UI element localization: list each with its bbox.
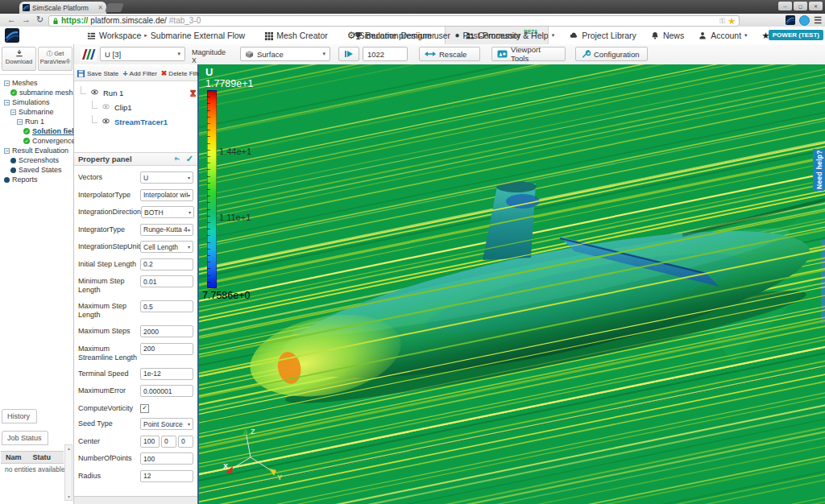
render-viewport[interactable]: U 1.7789e+1 1.44e+1 1.11e+1 7.7586e+0 X … xyxy=(199,64,825,504)
simscale-extension-icon[interactable] xyxy=(786,15,795,25)
browser-tab[interactable]: SimScale Platform ✕ xyxy=(19,2,106,14)
need-help-tab[interactable]: Need help? xyxy=(813,149,825,191)
nav-item-account[interactable]: Account▾ xyxy=(691,27,754,44)
vectors-select[interactable]: U▾ xyxy=(140,171,193,184)
sidebar-item-screenshots[interactable]: Screenshots xyxy=(0,155,73,165)
sidebar-item-reports[interactable]: Reports xyxy=(0,175,73,184)
nav-item-news[interactable]: News xyxy=(644,27,691,44)
pipeline-item-run-1[interactable]: Run 1 xyxy=(74,86,204,100)
nav-item-community-help[interactable]: Community & Help▾ xyxy=(458,27,562,44)
sidebar-item-simulations[interactable]: −Simulations xyxy=(0,97,73,107)
sidebar-item-saved-states[interactable]: Saved States xyxy=(0,165,73,175)
radius-input[interactable]: 12 xyxy=(140,470,193,482)
lock-icon xyxy=(52,17,59,25)
frame-input[interactable]: 1022 xyxy=(363,47,408,61)
collapse-icon[interactable]: − xyxy=(4,100,10,105)
maximum-step-length-input[interactable]: 0.5 xyxy=(140,300,193,312)
sidebar-item-submarine-mesh[interactable]: ✓submarine mesh xyxy=(0,88,73,97)
application-window: SimScale Platform ✕ ─ ◻ ✕ ← → ↻ https://… xyxy=(0,0,825,504)
key-icon[interactable]: ⚿ xyxy=(719,16,725,26)
configuration-button[interactable]: Configuration xyxy=(575,47,648,61)
minimize-button[interactable]: ─ xyxy=(778,2,792,10)
numberofpoints-input[interactable]: 100 xyxy=(140,452,193,465)
select-value: Runge-Kutta 4- xyxy=(143,225,188,233)
nav-item-mesh-creator[interactable]: Mesh Creator xyxy=(255,27,338,44)
sidebar-item-solution-fields[interactable]: ✓Solution fields xyxy=(0,126,73,136)
delete-filter-button[interactable]: ✖Delete Filter xyxy=(161,69,204,77)
new-tab-button[interactable] xyxy=(105,3,124,12)
pipeline-item-clip1[interactable]: Clip1 xyxy=(74,101,215,114)
pipeline-item-streamtracer1[interactable]: StreamTracer1 xyxy=(74,115,215,129)
nav-item-workspace[interactable]: Workspace▸Submarine External Flow xyxy=(77,27,255,44)
tab-history[interactable]: History xyxy=(2,409,37,423)
visibility-eye-icon[interactable] xyxy=(89,89,100,97)
tab-job-status[interactable]: Job Status xyxy=(2,431,48,445)
back-button[interactable]: ← xyxy=(7,14,16,26)
nav-item-project-library[interactable]: Project Library xyxy=(562,27,644,44)
representation-selector[interactable]: Surface ▾ xyxy=(240,47,330,61)
scroll-down-icon[interactable]: ▼ xyxy=(66,494,72,499)
visibility-eye-icon[interactable] xyxy=(101,104,111,111)
viewport-tools-button[interactable]: Viewport Tools xyxy=(491,47,566,61)
maximum-steps-input[interactable]: 2000 xyxy=(140,325,193,337)
center-input-2[interactable]: 0 xyxy=(178,436,193,448)
integrationstepunit-select[interactable]: Cell Length▾ xyxy=(140,241,193,253)
maximum-streamline-length-input[interactable]: 200 xyxy=(140,343,193,355)
get-paraview-button[interactable]: ⓘ Get ParaView® xyxy=(38,47,73,71)
nav-item-become-premium-user[interactable]: Become premium user xyxy=(346,27,458,44)
minimum-step-length-input[interactable]: 0.01 xyxy=(140,275,193,287)
initial-step-length-input[interactable]: 0.2 xyxy=(140,258,193,271)
collapse-icon[interactable]: − xyxy=(17,119,23,125)
close-button[interactable]: ✕ xyxy=(809,2,823,10)
sidebar-item-submarine[interactable]: −Submarine xyxy=(0,107,73,117)
save-state-button[interactable]: Save State xyxy=(77,69,118,78)
field-label: Minimum Step Length xyxy=(78,275,140,295)
collapse-icon[interactable]: − xyxy=(4,81,10,86)
scroll-up-icon[interactable]: ▲ xyxy=(66,446,72,451)
interpolatortype-select[interactable]: Interpolator wit▾ xyxy=(140,189,193,201)
center-input-0[interactable]: 100 xyxy=(140,436,160,448)
integratortype-select[interactable]: Runge-Kutta 4-▾ xyxy=(140,224,193,236)
maximumerror-input[interactable]: 0.000001 xyxy=(140,385,193,397)
visibility-eye-icon[interactable] xyxy=(101,118,111,126)
sidebar-item-convergence-plo[interactable]: ✓Convergence plo xyxy=(0,136,73,146)
app-nav-right: Become premium userCommunity & Help▾Proj… xyxy=(346,27,784,44)
center-input-1[interactable]: 0 xyxy=(161,436,176,448)
browser-menu-icon[interactable]: ☰ xyxy=(814,15,822,26)
collapse-icon[interactable]: − xyxy=(10,109,16,115)
forward-button[interactable]: → xyxy=(22,14,31,26)
pipeline-item-label: StreamTracer1 xyxy=(114,118,168,126)
apply-check-icon[interactable]: ✓ xyxy=(186,154,193,164)
save-state-label: Save State xyxy=(87,70,118,77)
restore-button[interactable]: ◻ xyxy=(794,2,807,10)
color-legend[interactable]: U 1.7789e+1 1.44e+1 1.11e+1 7.7586e+0 xyxy=(205,66,278,89)
seed-type-select[interactable]: Point Source▾ xyxy=(140,418,193,430)
download-button[interactable]: Download xyxy=(2,47,36,71)
sidebar-item-meshes[interactable]: −Meshes xyxy=(0,78,73,88)
bookmark-star-icon[interactable]: ★ xyxy=(728,16,736,26)
scrollbar[interactable]: ▲ ▼ xyxy=(64,444,73,501)
array-selector-value: U [3] xyxy=(105,50,121,59)
reload-button[interactable]: ↻ xyxy=(36,14,44,26)
select-value: Point Source xyxy=(143,420,183,428)
integrationdirection-select[interactable]: BOTH▾ xyxy=(141,206,194,218)
terminal-speed-input[interactable]: 1e-12 xyxy=(140,368,193,380)
sidebar-item-result-evaluation[interactable]: −Result Evaluation xyxy=(0,146,73,155)
reset-icon[interactable] xyxy=(172,155,181,163)
status-hourglass-icon[interactable] xyxy=(189,89,197,98)
chevron-down-icon: ▾ xyxy=(188,244,190,250)
share-extension-icon[interactable] xyxy=(799,15,810,26)
sidebar-item-run-1[interactable]: −Run 1 xyxy=(0,117,73,126)
tab-close-icon[interactable]: ✕ xyxy=(97,4,103,11)
address-bar[interactable]: https://platform.simscale.de/#tab_3-0 ⚿ … xyxy=(48,15,740,27)
component-option-x[interactable]: X xyxy=(192,56,197,64)
play-button[interactable] xyxy=(338,47,359,61)
add-filter-button[interactable]: +Add Filter xyxy=(122,69,157,77)
array-selector[interactable]: U [3] ▾ xyxy=(100,47,185,61)
component-option-magnitude[interactable]: Magnitude xyxy=(192,48,226,56)
simscale-logo[interactable] xyxy=(5,28,19,43)
collapse-icon[interactable]: − xyxy=(4,148,10,154)
computevorticity-checkbox[interactable]: ✓ xyxy=(140,404,149,413)
cross-icon: ✖ xyxy=(161,69,168,77)
rescale-button[interactable]: Rescale xyxy=(419,47,480,61)
